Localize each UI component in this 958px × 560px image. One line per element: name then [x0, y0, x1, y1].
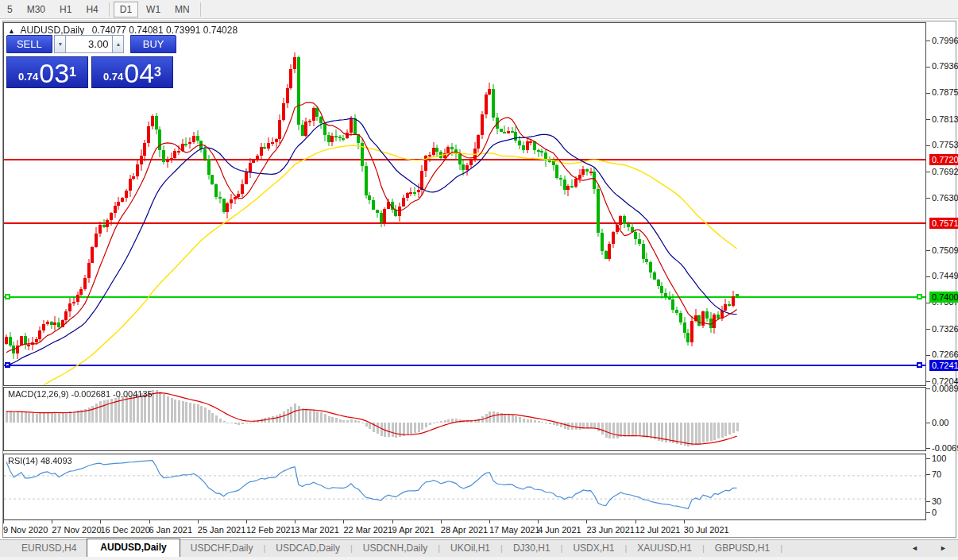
sell-button[interactable]: SELL — [6, 35, 52, 53]
date-tick — [684, 520, 685, 523]
price-tick — [926, 250, 930, 251]
price-tick — [926, 276, 930, 277]
price-axis-label: 0.72660 — [932, 350, 958, 359]
tab-ukoil-h1[interactable]: UKOil,H1 — [440, 540, 500, 557]
date-axis-label: 9 Apr 2021 — [392, 525, 435, 535]
price-tick — [926, 381, 930, 382]
price-axis-label: 0.79965 — [932, 36, 958, 45]
date-axis-label: 17 May 2021 — [489, 525, 540, 535]
price-axis-label: 0.74490 — [932, 271, 958, 280]
date-axis-label: 9 Nov 2020 — [3, 525, 48, 535]
date-axis[interactable]: 9 Nov 202027 Nov 202016 Dec 20206 Jan 20… — [3, 520, 926, 537]
collapse-arrow-icon[interactable]: ▲ — [8, 27, 15, 35]
sell-price-box[interactable]: 0.74 03 1 — [6, 56, 88, 88]
date-tick — [100, 520, 101, 523]
date-tick — [52, 520, 52, 523]
timeframe-toolbar: 5M30H1H4D1W1MN — [0, 0, 958, 19]
chart-title: ▲ AUDUSD,Daily 0.74077 0.74081 0.73991 0… — [8, 25, 238, 36]
timeframe-button-5[interactable]: 5 — [1, 2, 19, 17]
price-axis-label: 0.79365 — [932, 61, 958, 71]
one-click-trade-panel: SELL ▼ ▲ BUY 0.74 03 1 0.74 04 3 — [6, 35, 176, 88]
volume-up-button[interactable]: ▲ — [112, 35, 124, 53]
timeframe-button-w1[interactable]: W1 — [140, 2, 167, 17]
date-tick — [246, 520, 247, 523]
date-axis-label: 4 Jun 2021 — [538, 525, 581, 535]
rsi-tick — [926, 501, 930, 502]
price-axis-label: 0.73260 — [932, 324, 958, 334]
date-axis-label: 6 Jan 2021 — [149, 525, 192, 535]
symbol-title: AUDUSD,Daily — [21, 25, 85, 36]
buy-button[interactable]: BUY — [130, 35, 176, 53]
price-axis[interactable]: 0.799650.793650.787500.781350.775350.769… — [926, 22, 958, 521]
macd-tick — [926, 448, 930, 449]
tab-scroll-left-icon[interactable]: ◄ — [911, 544, 918, 552]
tab-separator: | — [780, 543, 782, 557]
tab-eurusd-h4[interactable]: EURUSD,H4 — [11, 540, 87, 557]
sell-price-big: 03 — [39, 61, 69, 85]
rsi-tick — [926, 474, 930, 475]
rsi-axis-label: 70 — [932, 469, 941, 479]
date-axis-label: 16 Dec 2020 — [100, 525, 149, 535]
tab-usdchf-daily[interactable]: USDCHF,Daily — [180, 540, 264, 557]
date-axis-label: 3 Mar 2021 — [295, 525, 339, 535]
macd-axis-label: -0.006974 — [932, 443, 958, 453]
tab-dj30-h1[interactable]: DJ30,H1 — [503, 540, 561, 557]
volume-down-button[interactable]: ▼ — [54, 35, 66, 53]
buy-price-small: 0.74 — [103, 69, 123, 85]
timeframe-button-h1[interactable]: H1 — [53, 2, 78, 17]
price-tick — [926, 172, 930, 172]
chart-tab-bar: EURUSD,H4AUDUSD,DailyUSDCHF,Daily|USDCAD… — [0, 539, 958, 557]
date-tick — [295, 520, 296, 523]
date-axis-label: 28 Apr 2021 — [441, 525, 488, 535]
tab-xauusd-h1[interactable]: XAUUSD,H1 — [627, 540, 702, 557]
macd-tick — [926, 423, 930, 423]
price-tick — [926, 41, 930, 41]
date-axis-label: 12 Jul 2021 — [635, 525, 681, 535]
date-tick — [489, 520, 490, 523]
timeframe-button-d1[interactable]: D1 — [114, 2, 138, 17]
rsi-axis-label: 0 — [932, 508, 937, 517]
price-tick — [926, 119, 930, 120]
buy-price-box[interactable]: 0.74 04 3 — [91, 56, 173, 88]
date-tick — [392, 520, 393, 523]
rsi-tick — [926, 458, 930, 459]
buy-price-big: 04 — [124, 61, 154, 85]
ohlc-values: 0.74077 0.74081 0.73991 0.74028 — [92, 25, 238, 36]
price-axis-label: 0.76305 — [932, 193, 958, 203]
rsi-tick — [926, 512, 930, 513]
price-tick — [926, 329, 930, 330]
timeframe-button-mn[interactable]: MN — [168, 2, 196, 17]
date-axis-label: 22 Mar 2021 — [343, 525, 392, 535]
price-line-badge: 0.77200 — [929, 154, 958, 165]
tab-usdcad-daily[interactable]: USDCAD,Daily — [265, 540, 350, 557]
tab-usdx-h1[interactable]: USDX,H1 — [562, 540, 624, 557]
date-tick — [149, 520, 150, 523]
toolbar-separator — [109, 2, 110, 17]
date-tick — [198, 520, 199, 523]
tab-scroll-right-icon[interactable]: ► — [940, 544, 947, 552]
rsi-panel-canvas[interactable] — [3, 454, 926, 520]
date-tick — [635, 520, 636, 523]
volume-input[interactable] — [66, 35, 112, 53]
tab-audusd-daily[interactable]: AUDUSD,Daily — [87, 539, 180, 557]
price-line-badge: 0.72411 — [929, 360, 958, 371]
macd-axis-label: 0.00 — [932, 418, 948, 427]
rsi-indicator-label: RSI(14) 48.4093 — [8, 456, 72, 465]
timeframe-button-m30[interactable]: M30 — [21, 2, 52, 17]
tab-gbpusd-h1[interactable]: GBPUSD,H1 — [705, 540, 780, 557]
tab-usdcnh-daily[interactable]: USDCNH,Daily — [353, 540, 438, 557]
sell-price-small: 0.74 — [18, 69, 38, 85]
toolbar-separator — [200, 2, 201, 17]
sell-price-sup: 1 — [69, 57, 76, 87]
macd-tick — [926, 388, 930, 389]
buy-price-sup: 3 — [154, 57, 161, 87]
price-axis-label: 0.75090 — [932, 245, 958, 255]
price-tick — [926, 355, 930, 356]
macd-indicator-label: MACD(12,26,9) -0.002681 -0.004135 — [8, 389, 153, 399]
price-axis-label: 0.77535 — [932, 140, 958, 149]
date-tick — [586, 520, 587, 523]
price-axis-label: 0.76920 — [932, 167, 958, 176]
timeframe-button-h4[interactable]: H4 — [79, 2, 104, 17]
date-axis-label: 12 Feb 2021 — [246, 525, 296, 535]
date-tick — [343, 520, 344, 523]
